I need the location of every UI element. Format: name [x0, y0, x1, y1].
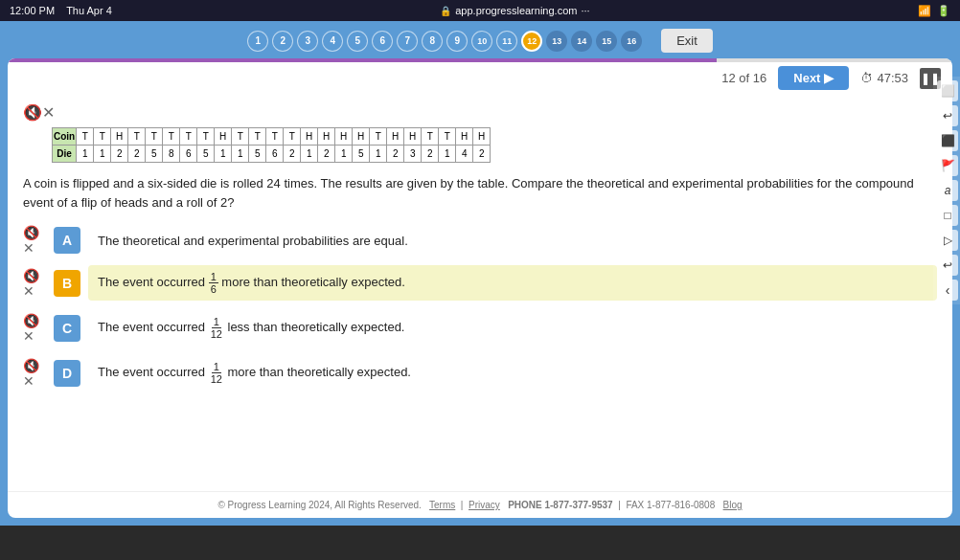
choice-vol-B[interactable]: 🔇✕ — [23, 268, 46, 299]
progress-bar — [8, 58, 952, 62]
exit-button[interactable]: Exit — [661, 29, 713, 53]
die-cell: 2 — [422, 146, 439, 163]
bubble-7[interactable]: 7 — [397, 31, 418, 52]
coin-cell: T — [146, 128, 163, 146]
choice-vol-D[interactable]: 🔇✕ — [23, 358, 46, 389]
choice-text-B: The event occurred 16 more than theoreti… — [88, 265, 937, 301]
bubble-5[interactable]: 5 — [347, 31, 368, 52]
url-bar: 🔒 app.progresslearning.com ··· — [440, 5, 589, 16]
sidebar-icon-1[interactable]: ⬜ — [937, 80, 958, 101]
choice-text-D: The event occurred 112 more than theoret… — [88, 355, 937, 391]
next-button[interactable]: Next ▶ — [778, 66, 849, 90]
bubble-1[interactable]: 1 — [247, 31, 268, 52]
die-cell: 1 — [215, 146, 232, 163]
copyright-text: © Progress Learning 2024, All Rights Res… — [217, 500, 421, 510]
coin-cell: T — [232, 128, 249, 146]
coin-cell: H — [215, 128, 232, 146]
die-cell: 5 — [197, 146, 215, 163]
sidebar-icon-chevron[interactable]: ‹ — [937, 280, 958, 301]
sidebar-icon-2[interactable]: ↩ — [937, 105, 958, 126]
sidebar-icon-text[interactable]: a — [937, 180, 958, 201]
progress-fill — [8, 58, 717, 62]
coin-cell: H — [404, 128, 422, 146]
coin-cell: T — [266, 128, 284, 146]
main-content: 12345678910111213141516 Exit 12 of 16 Ne… — [0, 21, 960, 526]
choice-A[interactable]: 🔇✕AThe theoretical and experimental prob… — [23, 225, 937, 256]
content-card: 12 of 16 Next ▶ ⏱ 47:53 ❚❚ 🔇✕ CoinTTHTTT… — [8, 58, 952, 518]
battery-icon: 🔋 — [937, 5, 950, 17]
coin-cell: H — [301, 128, 318, 146]
terms-link[interactable]: Terms — [429, 500, 455, 510]
sidebar-icon-grid[interactable]: ⬛ — [937, 130, 958, 151]
die-cell: 1 — [301, 146, 318, 163]
die-cell: 6 — [266, 146, 284, 163]
volume-button[interactable]: 🔇✕ — [23, 103, 55, 122]
sidebar-icon-back[interactable]: ↩ — [937, 255, 958, 276]
coin-cell: T — [249, 128, 266, 146]
die-cell: 1 — [439, 146, 456, 163]
url-text: app.progresslearning.com — [455, 5, 577, 16]
coin-cell: T — [284, 128, 301, 146]
coin-cell: T — [128, 128, 146, 146]
choice-letter-D: D — [54, 360, 80, 387]
choice-text-A: The theoretical and experimental probabi… — [88, 228, 937, 254]
choices-container: 🔇✕AThe theoretical and experimental prob… — [23, 225, 937, 392]
coin-cell: T — [94, 128, 111, 146]
bubble-16[interactable]: 16 — [621, 31, 642, 52]
bubble-14[interactable]: 14 — [571, 31, 592, 52]
coin-die-table: CoinTTHTTTTTHTTTTHHHHTHHTTHHDie112258651… — [52, 127, 491, 163]
coin-cell: H — [473, 128, 491, 146]
choice-vol-A[interactable]: 🔇✕ — [23, 225, 46, 256]
coin-cell: H — [456, 128, 473, 146]
sidebar-icon-box[interactable]: □ — [937, 205, 958, 226]
die-row-header: Die — [53, 146, 77, 163]
bubble-4[interactable]: 4 — [322, 31, 343, 52]
coin-cell: H — [335, 128, 353, 146]
coin-cell: H — [318, 128, 335, 146]
bubble-11[interactable]: 11 — [496, 31, 517, 52]
fax-text: FAX 1-877-816-0808 — [626, 500, 715, 510]
die-cell: 1 — [77, 146, 94, 163]
privacy-link[interactable]: Privacy — [469, 500, 500, 510]
blog-link[interactable]: Blog — [723, 500, 743, 510]
bubble-2[interactable]: 2 — [272, 31, 293, 52]
coin-cell: T — [163, 128, 180, 146]
fraction-C: 112 — [209, 316, 224, 340]
die-cell: 1 — [335, 146, 353, 163]
choice-letter-A: A — [54, 227, 80, 254]
bubble-13[interactable]: 13 — [546, 31, 567, 52]
sidebar-icon-play[interactable]: ▷ — [937, 230, 958, 251]
choice-letter-C: C — [54, 315, 80, 342]
die-cell: 2 — [284, 146, 301, 163]
die-cell: 6 — [180, 146, 197, 163]
wifi-icon: 📶 — [918, 5, 931, 17]
timer-display: ⏱ 47:53 — [860, 71, 908, 85]
die-cell: 4 — [456, 146, 473, 163]
choice-B[interactable]: 🔇✕BThe event occurred 16 more than theor… — [23, 265, 937, 301]
card-header: 12 of 16 Next ▶ ⏱ 47:53 ❚❚ — [8, 62, 952, 94]
coin-cell: T — [180, 128, 197, 146]
choice-text-C: The event occurred 112 less than theoret… — [88, 310, 937, 346]
bubble-10[interactable]: 10 — [471, 31, 492, 52]
coin-row-header: Coin — [53, 128, 77, 146]
bubble-3[interactable]: 3 — [297, 31, 318, 52]
sidebar-icon-flag[interactable]: 🚩 — [937, 155, 958, 176]
choice-C[interactable]: 🔇✕CThe event occurred 112 less than theo… — [23, 310, 937, 346]
die-cell: 1 — [94, 146, 111, 163]
choice-vol-C[interactable]: 🔇✕ — [23, 313, 46, 344]
choice-D[interactable]: 🔇✕DThe event occurred 112 more than theo… — [23, 355, 937, 391]
bubble-8[interactable]: 8 — [422, 31, 443, 52]
dots-menu[interactable]: ··· — [581, 5, 589, 16]
right-sidebar: ⬜ ↩ ⬛ 🚩 a □ ▷ ↩ ‹ — [933, 77, 960, 304]
coin-cell: T — [197, 128, 215, 146]
bubble-12[interactable]: 12 — [521, 31, 542, 52]
bubble-15[interactable]: 15 — [596, 31, 617, 52]
bubble-9[interactable]: 9 — [446, 31, 468, 52]
bubble-6[interactable]: 6 — [372, 31, 393, 52]
die-cell: 5 — [249, 146, 266, 163]
coin-cell: T — [439, 128, 456, 146]
fraction-D: 112 — [209, 361, 224, 385]
question-bubbles: 12345678910111213141516 Exit — [8, 29, 952, 53]
die-cell: 2 — [128, 146, 146, 163]
coin-cell: T — [422, 128, 439, 146]
